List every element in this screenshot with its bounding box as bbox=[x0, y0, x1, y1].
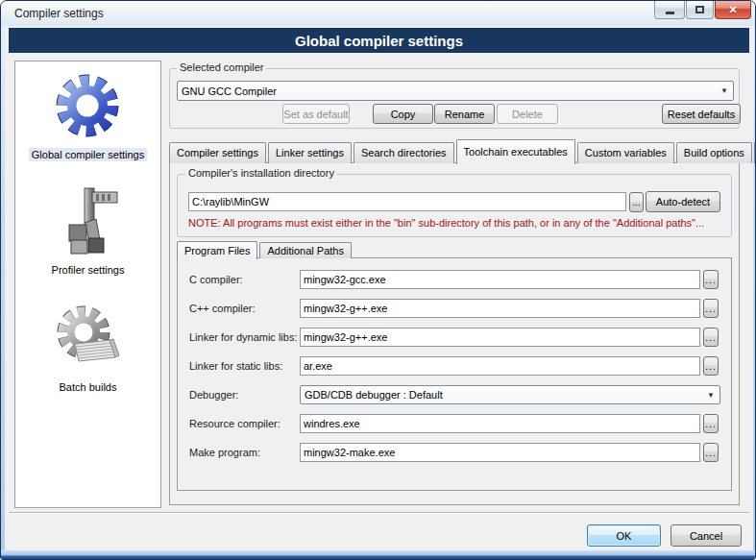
window-title: Compiler settings bbox=[14, 1, 104, 26]
ellipsis-icon: ... bbox=[705, 448, 716, 458]
cpp-compiler-row: C++ compiler: ... bbox=[189, 299, 731, 318]
sidebar-item-global-compiler-settings[interactable]: Global compiler settings bbox=[29, 69, 147, 161]
page-title: Global compiler settings bbox=[295, 33, 463, 49]
ok-button[interactable]: OK bbox=[587, 524, 661, 547]
close-icon: ✕ bbox=[728, 4, 737, 16]
debugger-select[interactable]: GDB/CDB debugger : Default ▼ bbox=[300, 385, 720, 404]
tab-linker-settings[interactable]: Linker settings bbox=[268, 142, 352, 163]
set-as-default-button[interactable]: Set as default bbox=[282, 104, 350, 124]
c-compiler-row: C compiler: ... bbox=[189, 270, 731, 289]
sidebar-item-profiler-settings[interactable]: Profiler settings bbox=[49, 184, 128, 277]
install-dir-group-title: Compiler's installation directory bbox=[185, 167, 337, 179]
compiler-settings-window: Compiler settings ✕ Global compiler sett… bbox=[0, 0, 756, 560]
tab-compiler-settings[interactable]: Compiler settings bbox=[169, 142, 266, 163]
dynamic-linker-input[interactable] bbox=[300, 328, 700, 347]
install-dir-group bbox=[177, 174, 732, 237]
static-linker-input[interactable] bbox=[300, 356, 700, 376]
ellipsis-icon: ... bbox=[705, 275, 716, 285]
compiler-select[interactable]: GNU GCC Compiler ▼ bbox=[177, 81, 734, 101]
dynamic-linker-row: Linker for dynamic libs: ... bbox=[189, 328, 731, 347]
debugger-row: Debugger: GDB/CDB debugger : Default ▼ bbox=[189, 385, 731, 404]
program-tab-strip: Program Files Additional Paths bbox=[177, 240, 354, 258]
program-files-panel: C compiler: ... C++ compiler: ... Linker… bbox=[177, 257, 732, 491]
dialog-header: Global compiler settings bbox=[9, 28, 749, 53]
sidebar-item-label: Profiler settings bbox=[49, 263, 128, 277]
make-program-browse-button[interactable]: ... bbox=[703, 443, 719, 462]
debugger-select-value: GDB/CDB debugger : Default bbox=[305, 389, 443, 401]
resource-compiler-browse-button[interactable]: ... bbox=[703, 414, 719, 433]
ellipsis-icon: ... bbox=[705, 304, 716, 314]
window-controls: ✕ bbox=[654, 1, 751, 19]
make-program-input[interactable] bbox=[300, 443, 700, 462]
sidebar-item-batch-builds[interactable]: Batch builds bbox=[52, 302, 125, 394]
tab-build-options[interactable]: Build options bbox=[676, 142, 752, 163]
resource-compiler-label: Resource compiler: bbox=[189, 418, 300, 429]
ellipsis-icon: ... bbox=[705, 332, 716, 343]
resource-compiler-row: Resource compiler: ... bbox=[189, 414, 731, 433]
delete-button[interactable]: Delete bbox=[497, 104, 558, 124]
dynamic-linker-label: Linker for dynamic libs: bbox=[189, 331, 300, 343]
caliper-icon bbox=[52, 184, 125, 257]
title-bar[interactable]: Compiler settings ✕ bbox=[1, 1, 756, 26]
chevron-down-icon: ▼ bbox=[707, 391, 715, 400]
main-tab-strip: Compiler settings Linker settings Search… bbox=[169, 138, 742, 163]
debugger-label: Debugger: bbox=[189, 389, 300, 401]
tab-additional-paths[interactable]: Additional Paths bbox=[259, 242, 352, 258]
dynamic-linker-browse-button[interactable]: ... bbox=[703, 328, 719, 347]
selected-compiler-group-title: Selected compiler bbox=[177, 61, 266, 73]
reset-defaults-button[interactable]: Reset defaults bbox=[662, 104, 741, 124]
cpp-compiler-input[interactable] bbox=[300, 299, 700, 318]
maximize-button[interactable] bbox=[686, 1, 714, 19]
minimize-button[interactable] bbox=[654, 1, 685, 19]
blue-gear-icon bbox=[51, 69, 124, 142]
sidebar-item-label: Batch builds bbox=[57, 380, 120, 394]
resource-compiler-input[interactable] bbox=[300, 414, 700, 433]
copy-button[interactable]: Copy bbox=[373, 104, 433, 124]
c-compiler-input[interactable] bbox=[300, 270, 700, 289]
footer-divider bbox=[9, 512, 749, 514]
tab-custom-variables[interactable]: Custom variables bbox=[577, 142, 674, 163]
minimize-icon bbox=[666, 12, 674, 14]
window-frame-bottom bbox=[1, 550, 756, 560]
cpp-compiler-label: C++ compiler: bbox=[189, 303, 300, 314]
compiler-select-value: GNU GCC Compiler bbox=[182, 85, 277, 97]
close-button[interactable]: ✕ bbox=[715, 1, 751, 19]
ellipsis-icon: ... bbox=[705, 361, 716, 372]
cpp-compiler-browse-button[interactable]: ... bbox=[703, 299, 719, 318]
sidebar: Global compiler settings Profiler settin… bbox=[14, 61, 161, 508]
tab-toolchain-executables[interactable]: Toolchain executables bbox=[456, 139, 575, 164]
tab-search-directories[interactable]: Search directories bbox=[354, 142, 454, 163]
c-compiler-browse-button[interactable]: ... bbox=[703, 270, 719, 289]
static-linker-label: Linker for static libs: bbox=[189, 360, 300, 372]
c-compiler-label: C compiler: bbox=[189, 274, 300, 285]
static-linker-row: Linker for static libs: ... bbox=[189, 356, 731, 376]
gray-gear-stack-icon bbox=[52, 302, 125, 375]
ellipsis-icon: ... bbox=[705, 419, 716, 429]
maximize-icon bbox=[695, 6, 704, 13]
chevron-down-icon: ▼ bbox=[720, 86, 728, 95]
tab-program-files[interactable]: Program Files bbox=[177, 241, 257, 259]
rename-button[interactable]: Rename bbox=[434, 104, 495, 124]
make-program-row: Make program: ... bbox=[189, 443, 731, 462]
sidebar-item-label: Global compiler settings bbox=[29, 148, 147, 161]
cancel-button[interactable]: Cancel bbox=[671, 524, 742, 547]
static-linker-browse-button[interactable]: ... bbox=[703, 356, 719, 376]
make-program-label: Make program: bbox=[189, 447, 300, 458]
